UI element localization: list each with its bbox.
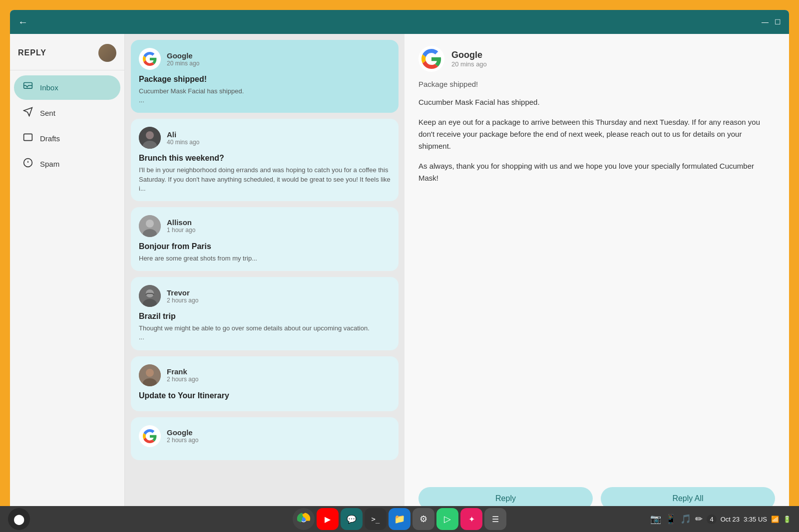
detail-body-line1: Cucumber Mask Facial has shipped.: [418, 96, 775, 108]
email-sender-4: Trevor: [167, 288, 198, 297]
taskbar-left: ⬤: [8, 508, 30, 530]
taskbar-apps-icon[interactable]: ✦: [460, 508, 482, 530]
email-avatar-4: [139, 285, 161, 307]
email-item-6[interactable]: Google 2 hours ago: [131, 417, 399, 460]
title-bar-left: ←: [18, 16, 28, 28]
sidebar-item-sent[interactable]: Sent: [14, 101, 120, 125]
email-avatar-6: [139, 425, 161, 447]
email-subject-2: Brunch this weekend?: [139, 154, 391, 163]
taskbar-files-icon[interactable]: 📁: [389, 508, 410, 530]
battery-icon: 🔋: [783, 516, 791, 523]
email-sender-info-2: Ali 40 mins ago: [167, 130, 199, 146]
svg-point-9: [146, 220, 154, 228]
email-preview-2: I'll be in your neighborhood doing erran…: [139, 166, 391, 193]
email-sender-info-3: Allison 1 hour ago: [167, 218, 195, 234]
email-avatar-1: [139, 48, 161, 70]
email-avatar-2: [139, 127, 161, 149]
svg-marker-1: [24, 108, 32, 116]
detail-body-line3: As always, thank you for shopping with u…: [418, 160, 775, 184]
email-subject-4: Brazil trip: [139, 312, 391, 321]
email-item-3[interactable]: Allison 1 hour ago Bonjour from Paris He…: [131, 207, 399, 271]
email-header-3: Allison 1 hour ago: [139, 215, 391, 237]
app-window: ← — ☐ REPLY Inbox: [10, 10, 789, 522]
title-bar-right: — ☐: [762, 18, 781, 26]
email-time-4: 2 hours ago: [167, 297, 198, 304]
email-preview-1: Cucumber Mask Facial has shipped.: [139, 87, 391, 96]
email-subject-5: Update to Your Itinerary: [139, 391, 391, 400]
taskbar-camera-status: 📷: [650, 514, 661, 525]
email-sender-6: Google: [167, 428, 198, 437]
wifi-icon: 📶: [771, 516, 779, 523]
email-header-4: Trevor 2 hours ago: [139, 285, 391, 307]
email-item-1[interactable]: Google 20 mins ago Package shipped! Cucu…: [131, 40, 399, 113]
email-item-5[interactable]: Frank 2 hours ago Update to Your Itinera…: [131, 356, 399, 411]
taskbar: ⬤ ▶ 💬 >_ 📁 ⚙ ▷ ✦ ☰ 📷 📱 🎵 ✏ 4: [0, 506, 799, 532]
email-avatar-3: [139, 215, 161, 237]
minimize-button[interactable]: —: [762, 18, 769, 26]
detail-avatar: [418, 46, 444, 72]
detail-sender-name: Google: [451, 50, 487, 60]
taskbar-settings-icon[interactable]: ⚙: [412, 508, 434, 530]
taskbar-chrome-icon[interactable]: [293, 508, 315, 530]
svg-point-6: [146, 131, 154, 139]
sent-label: Sent: [40, 109, 55, 117]
sidebar: REPLY Inbox Sent: [10, 34, 125, 522]
email-time-1: 20 mins ago: [167, 60, 199, 67]
maximize-button[interactable]: ☐: [775, 18, 781, 26]
email-preview-4: Thought we might be able to go over some…: [139, 324, 391, 333]
detail-sender-time: 20 mins ago: [451, 60, 487, 68]
taskbar-notification-badge: 4: [707, 515, 716, 524]
sidebar-item-spam[interactable]: Spam: [14, 152, 120, 176]
email-sender-info-4: Trevor 2 hours ago: [167, 288, 198, 304]
email-item-4[interactable]: Trevor 2 hours ago Brazil trip Thought w…: [131, 277, 399, 350]
email-subject-1: Package shipped!: [139, 75, 391, 84]
email-time-5: 2 hours ago: [167, 376, 198, 383]
email-preview-3: Here are some great shots from my trip..…: [139, 254, 391, 263]
email-header-5: Frank 2 hours ago: [139, 364, 391, 386]
detail-subject: Package shipped!: [418, 80, 775, 88]
sidebar-item-inbox[interactable]: Inbox: [14, 75, 120, 100]
email-sender-info-6: Google 2 hours ago: [167, 428, 198, 444]
email-subject-3: Bonjour from Paris: [139, 242, 391, 251]
email-sender-info-1: Google 20 mins ago: [167, 51, 199, 67]
email-item-2[interactable]: Ali 40 mins ago Brunch this weekend? I'l…: [131, 119, 399, 201]
email-header-2: Ali 40 mins ago: [139, 127, 391, 149]
email-header-1: Google 20 mins ago: [139, 48, 391, 70]
detail-body-line2: Keep an eye out for a package to arrive …: [418, 116, 775, 152]
taskbar-terminal-icon[interactable]: >_: [365, 508, 387, 530]
email-time-2: 40 mins ago: [167, 139, 199, 146]
email-sender-info-5: Frank 2 hours ago: [167, 367, 198, 383]
detail-sender-info: Google 20 mins ago: [451, 50, 487, 68]
email-avatar-5: [139, 364, 161, 386]
inbox-icon: [22, 81, 34, 94]
taskbar-play-icon[interactable]: ▷: [436, 508, 458, 530]
email-sender-1: Google: [167, 51, 199, 60]
back-button[interactable]: ←: [18, 16, 28, 28]
email-time-6: 2 hours ago: [167, 437, 198, 444]
detail-header: Google 20 mins ago: [418, 46, 775, 72]
main-content: REPLY Inbox Sent: [10, 34, 789, 522]
taskbar-youtube-icon[interactable]: ▶: [317, 508, 339, 530]
sidebar-avatar: [98, 44, 116, 62]
sidebar-item-drafts[interactable]: Drafts: [14, 126, 120, 151]
email-sender-2: Ali: [167, 130, 199, 139]
taskbar-pen-icon: ✏: [695, 514, 703, 525]
sidebar-header: REPLY: [10, 34, 124, 70]
email-preview-dots-4: ...: [139, 333, 391, 342]
sidebar-nav: Inbox Sent Drafts: [10, 70, 124, 181]
taskbar-messages-icon[interactable]: 💬: [341, 508, 363, 530]
title-bar: ← — ☐: [10, 10, 789, 34]
email-time-3: 1 hour ago: [167, 227, 195, 234]
taskbar-right: 📷 📱 🎵 ✏ 4 Oct 23 3:35 US 📶 🔋: [650, 514, 791, 525]
drafts-label: Drafts: [40, 134, 60, 143]
drafts-icon: [22, 132, 34, 145]
taskbar-menu-icon[interactable]: ☰: [484, 508, 506, 530]
taskbar-camera-icon[interactable]: ⬤: [8, 508, 30, 530]
email-list: Google 20 mins ago Package shipped! Cucu…: [125, 34, 404, 522]
email-sender-3: Allison: [167, 218, 195, 227]
email-detail-pane: Google 20 mins ago Package shipped! Cucu…: [404, 34, 789, 522]
email-header-6: Google 2 hours ago: [139, 425, 391, 447]
inbox-label: Inbox: [40, 83, 58, 92]
spam-label: Spam: [40, 160, 59, 168]
user-avatar-image: [98, 44, 116, 62]
